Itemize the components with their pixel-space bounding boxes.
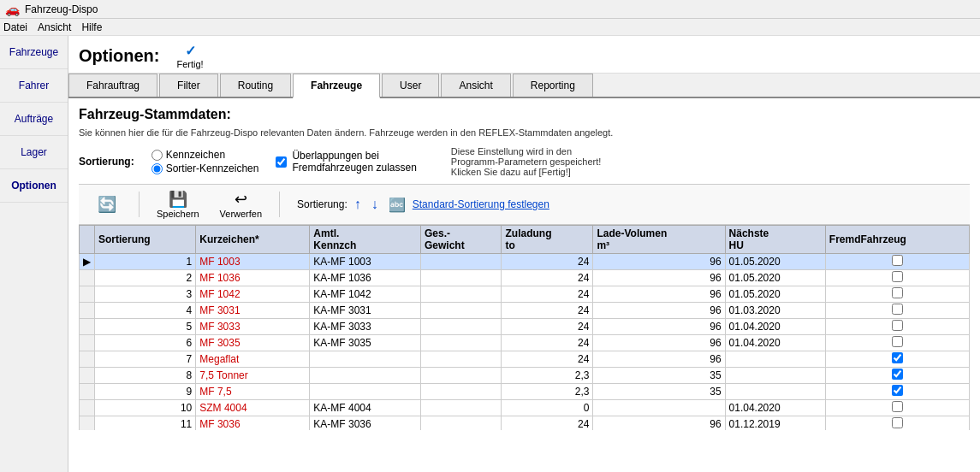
cell-kurzeichen[interactable]: MF 1042: [196, 286, 310, 303]
tab-filter[interactable]: Filter: [159, 74, 218, 97]
cell-kurzeichen[interactable]: MF 3035: [196, 335, 310, 351]
fremd-fahrzeug-checkbox[interactable]: [892, 352, 903, 363]
cell-kurzeichen[interactable]: 7,5 Tonner: [196, 368, 310, 384]
cell-hu: [725, 368, 825, 384]
cell-ges-gewicht: [420, 270, 502, 286]
cell-hu: 01.05.2020: [725, 270, 825, 286]
row-arrow: [80, 286, 95, 303]
fremd-fahrzeug-checkbox[interactable]: [892, 320, 903, 331]
cell-zuladung: 2,3: [502, 384, 593, 400]
fremd-fahrzeug-checkbox[interactable]: [892, 401, 903, 412]
discard-button[interactable]: ↩ Verwerfen: [213, 188, 270, 221]
tab-reporting[interactable]: Reporting: [513, 74, 593, 97]
cell-fremd-fahrzeug[interactable]: [825, 286, 969, 303]
fremd-fahrzeug-checkbox[interactable]: [892, 369, 903, 380]
cell-fremd-fahrzeug[interactable]: [825, 254, 969, 270]
radio-sortier-kennzeichen-input[interactable]: [151, 163, 163, 174]
cell-fremd-fahrzeug[interactable]: [825, 400, 969, 416]
sidebar-item-auftraege[interactable]: Aufträge: [0, 103, 68, 136]
table-row[interactable]: ▶1MF 1003KA-MF 1003249601.05.2020: [80, 254, 970, 270]
cell-hu: [725, 351, 825, 368]
tab-user[interactable]: User: [382, 74, 439, 97]
sidebar-item-lager[interactable]: Lager: [0, 136, 68, 169]
table-row[interactable]: 9MF 7,52,335: [80, 384, 970, 400]
col-amtl[interactable]: Amtl.Kennzch: [310, 226, 421, 254]
table-row[interactable]: 7Megaflat2496: [80, 351, 970, 368]
sort-down-button[interactable]: ↓: [368, 195, 382, 214]
cell-kurzeichen[interactable]: MF 3033: [196, 319, 310, 335]
table-row[interactable]: 5MF 3033KA-MF 3033249601.04.2020: [80, 319, 970, 335]
menu-bar: Datei Ansicht Hilfe: [0, 19, 980, 36]
tab-fahrauftrag[interactable]: Fahrauftrag: [68, 74, 157, 97]
cell-kurzeichen[interactable]: SZM 4004: [196, 400, 310, 416]
table-row[interactable]: 2MF 1036KA-MF 1036249601.05.2020: [80, 270, 970, 286]
col-sortierung[interactable]: Sortierung: [95, 226, 196, 254]
standard-sort-button[interactable]: Standard-Sortierung festlegen: [413, 198, 549, 210]
cell-zuladung: 24: [502, 303, 593, 319]
cell-fremd-fahrzeug[interactable]: [825, 351, 969, 368]
col-naechste-hu[interactable]: NächsteHU: [725, 226, 825, 254]
fremd-fahrzeug-checkbox[interactable]: [892, 385, 903, 396]
cell-zuladung: 24: [502, 335, 593, 351]
cell-fremd-fahrzeug[interactable]: [825, 335, 969, 351]
cell-kurzeichen[interactable]: MF 3031: [196, 303, 310, 319]
sort-controls: Sortierung: ↑ ↓ 🔤 Standard-Sortierung fe…: [297, 195, 549, 215]
cell-kurzeichen[interactable]: Megaflat: [196, 351, 310, 368]
title-bar-text: Fahrzeug-Dispo: [25, 3, 98, 15]
fremd-fahrzeug-checkbox[interactable]: [892, 417, 903, 428]
fremd-fahrzeug-checkbox[interactable]: [892, 336, 903, 347]
col-ges-gewicht[interactable]: Ges.-Gewicht: [420, 226, 502, 254]
tabs: Fahrauftrag Filter Routing Fahrzeuge Use…: [68, 74, 980, 98]
refresh-button[interactable]: 🔄: [86, 193, 128, 215]
sidebar-item-fahrzeuge[interactable]: Fahrzeuge: [0, 36, 68, 69]
table-row[interactable]: 6MF 3035KA-MF 3035249601.04.2020: [80, 335, 970, 351]
table-row[interactable]: 10SZM 4004KA-MF 4004001.04.2020: [80, 400, 970, 416]
cell-amtl: KA-MF 3035: [310, 335, 421, 351]
radio-sortier-kennzeichen[interactable]: Sortier-Kennzeichen: [151, 162, 259, 174]
menu-ansicht[interactable]: Ansicht: [38, 21, 71, 33]
table-row[interactable]: 87,5 Tonner2,335: [80, 368, 970, 384]
tab-routing[interactable]: Routing: [220, 74, 291, 97]
table-wrapper[interactable]: Sortierung Kurzeichen* Amtl.Kennzch Ges.…: [79, 225, 970, 430]
fremd-fahrzeug-checkbox[interactable]: [892, 287, 903, 298]
cell-kurzeichen[interactable]: MF 7,5: [196, 384, 310, 400]
save-button[interactable]: 💾 Speichern: [150, 188, 206, 221]
cell-fremd-fahrzeug[interactable]: [825, 384, 969, 400]
fremd-fahrzeug-checkbox[interactable]: [892, 304, 903, 315]
ueberlappungen-group: Überlappungen beiFremdfahrzeugen zulasse…: [276, 150, 416, 174]
cell-fremd-fahrzeug[interactable]: [825, 368, 969, 384]
sidebar-item-fahrer[interactable]: Fahrer: [0, 69, 68, 103]
cell-lade-volumen: 35: [593, 384, 725, 400]
cell-fremd-fahrzeug[interactable]: [825, 270, 969, 286]
radio-kennzeichen-input[interactable]: [151, 150, 163, 161]
menu-datei[interactable]: Datei: [3, 21, 27, 33]
table-row[interactable]: 4MF 3031KA-MF 3031249601.03.2020: [80, 303, 970, 319]
col-lade-volumen[interactable]: Lade-Volumenm³: [593, 226, 725, 254]
cell-kurzeichen[interactable]: MF 1003: [196, 254, 310, 270]
col-zuladung[interactable]: Zuladungto: [502, 226, 593, 254]
table-row[interactable]: 3MF 1042KA-MF 1042249601.05.2020: [80, 286, 970, 303]
cell-fremd-fahrzeug[interactable]: [825, 319, 969, 335]
fertig-button[interactable]: ✓ Fertig!: [176, 43, 203, 69]
radio-kennzeichen[interactable]: Kennzeichen: [151, 149, 259, 161]
menu-hilfe[interactable]: Hilfe: [81, 21, 102, 33]
cell-ges-gewicht: [420, 286, 502, 303]
cell-kurzeichen[interactable]: MF 1036: [196, 270, 310, 286]
fremd-fahrzeug-checkbox[interactable]: [892, 271, 903, 282]
sort-up-button[interactable]: ↑: [351, 195, 365, 214]
tab-fahrzeuge[interactable]: Fahrzeuge: [293, 74, 380, 98]
cell-kurzeichen[interactable]: MF 3036: [196, 416, 310, 431]
fertig-check-icon: ✓: [185, 43, 196, 59]
col-kurzeichen[interactable]: Kurzeichen*: [196, 226, 310, 254]
sort-label: Sortierung:: [79, 156, 134, 168]
cell-fremd-fahrzeug[interactable]: [825, 303, 969, 319]
ueberlappungen-checkbox[interactable]: [276, 156, 287, 168]
cell-hu: 01.12.2019: [725, 416, 825, 431]
table-row[interactable]: 11MF 3036KA-MF 3036249601.12.2019: [80, 416, 970, 431]
col-fremd-fahrzeug[interactable]: FremdFahrzeug: [825, 226, 969, 254]
fremd-fahrzeug-checkbox[interactable]: [892, 255, 903, 266]
sidebar-item-optionen[interactable]: Optionen: [0, 169, 68, 203]
cell-fremd-fahrzeug[interactable]: [825, 416, 969, 431]
options-title: Optionen:: [79, 46, 159, 66]
tab-ansicht[interactable]: Ansicht: [441, 74, 510, 97]
